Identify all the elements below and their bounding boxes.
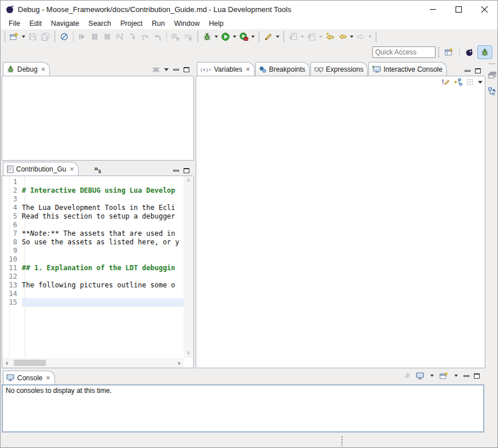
minimize-view-icon[interactable]	[173, 69, 179, 71]
menu-item-file[interactable]: File	[4, 18, 25, 29]
debug-perspective-button[interactable]	[477, 45, 492, 59]
maximize-view-icon[interactable]	[474, 373, 480, 379]
code-line[interactable]: 3	[2, 195, 184, 204]
tab-contribution-guide[interactable]: Contribution_Gu ✕	[3, 162, 79, 176]
terminate-button[interactable]	[101, 30, 114, 43]
maximize-view-icon[interactable]	[475, 68, 481, 73]
next-annotation-dropdown[interactable]	[299, 30, 305, 43]
previous-annotation-dropdown[interactable]	[318, 30, 324, 43]
maximize-view-icon[interactable]	[184, 168, 189, 173]
menu-item-window[interactable]: Window	[170, 18, 204, 29]
code-line[interactable]: 2# Interactive DEBUG using Lua Develop	[2, 186, 184, 195]
code-line[interactable]: 12	[2, 272, 184, 281]
close-icon[interactable]: ✕	[246, 67, 250, 72]
menu-item-navigate[interactable]: Navigate	[46, 18, 84, 29]
console-body[interactable]: No consoles to display at this time.	[2, 384, 484, 433]
show-logical-structure-icon[interactable]	[454, 78, 463, 86]
scroll-up-icon[interactable]: ˄	[186, 177, 190, 184]
open-console-icon[interactable]	[439, 372, 449, 380]
view-menu-icon[interactable]	[478, 81, 483, 84]
remove-all-terminated-icon[interactable]	[151, 66, 159, 73]
code-line[interactable]: 7**Note:** The assets that are used in	[2, 229, 184, 238]
code-line[interactable]: 5Read this section to setup a debugger	[2, 212, 184, 221]
code-line[interactable]: 9	[2, 247, 184, 255]
external-tools-button[interactable]	[238, 30, 250, 43]
code-line[interactable]: 11## 1. Explanation of the LDT debuggin	[2, 264, 184, 272]
close-icon[interactable]: ✕	[69, 166, 74, 172]
collapse-all-icon[interactable]	[466, 78, 474, 86]
editor-overflow-button[interactable]: »5	[94, 164, 101, 174]
scrollbar-thumb[interactable]	[14, 360, 46, 366]
back-dropdown[interactable]	[349, 30, 355, 43]
tab-debug[interactable]: Debug ✕	[3, 62, 50, 76]
drop-to-frame-button[interactable]	[169, 30, 182, 43]
code-line[interactable]: 15	[2, 298, 184, 307]
vertical-scrollbar[interactable]: ˄ ˅	[184, 176, 193, 358]
next-annotation-button[interactable]	[287, 30, 299, 43]
minimize-view-icon[interactable]	[173, 170, 179, 172]
step-return-button[interactable]	[151, 30, 164, 43]
run-button[interactable]	[219, 30, 232, 43]
forward-dropdown[interactable]	[367, 30, 373, 43]
lua-perspective-button[interactable]	[462, 46, 476, 59]
status-grip[interactable]	[341, 435, 343, 446]
menu-item-run[interactable]: Run	[147, 18, 170, 29]
disconnect-button[interactable]	[114, 30, 126, 43]
maximize-button[interactable]	[446, 1, 472, 18]
menu-item-project[interactable]: Project	[116, 18, 147, 29]
new-wizard-dropdown[interactable]	[21, 30, 26, 43]
open-console-dropdown[interactable]	[453, 369, 459, 382]
view-menu-icon[interactable]	[164, 68, 169, 71]
minimize-button[interactable]	[420, 1, 446, 18]
close-icon[interactable]: ✕	[46, 375, 50, 381]
mark-occurrences-dropdown[interactable]	[275, 30, 281, 43]
minimize-view-icon[interactable]	[464, 375, 469, 377]
variables-body[interactable]	[196, 76, 485, 368]
tab-console[interactable]: Console ✕	[3, 371, 55, 384]
code-line[interactable]: 14	[2, 290, 184, 298]
code-line[interactable]: 6	[2, 221, 184, 229]
code-editor[interactable]: 12# Interactive DEBUG using Lua Develop3…	[2, 176, 193, 368]
debug-view-body[interactable]	[2, 76, 194, 161]
save-button[interactable]	[26, 30, 39, 43]
mark-occurrences-button[interactable]	[262, 30, 275, 43]
scroll-down-icon[interactable]: ˅	[186, 350, 190, 357]
horizontal-scrollbar[interactable]: ‹ ›	[2, 358, 184, 368]
minimize-view-icon[interactable]	[465, 70, 470, 72]
back-button[interactable]	[336, 30, 349, 43]
code-line[interactable]: 4The Lua Development Tools in the Ecli	[2, 204, 184, 212]
suspend-button[interactable]	[88, 30, 101, 43]
save-all-button[interactable]	[39, 30, 52, 43]
menu-item-help[interactable]: Help	[204, 18, 228, 29]
step-over-button[interactable]	[139, 30, 151, 43]
debug-dropdown[interactable]	[213, 30, 219, 43]
menu-item-search[interactable]: Search	[84, 18, 116, 29]
code-line[interactable]: 1	[2, 178, 184, 186]
outline-view-icon[interactable]	[487, 85, 498, 97]
show-type-names-icon[interactable]	[441, 78, 450, 86]
strip-grip[interactable]	[488, 63, 496, 65]
display-selected-console-icon[interactable]	[416, 372, 425, 380]
new-wizard-button[interactable]	[8, 30, 21, 43]
run-dropdown[interactable]	[232, 30, 238, 43]
code-line[interactable]: 10	[2, 255, 184, 264]
external-tools-dropdown[interactable]	[250, 30, 256, 43]
close-icon[interactable]: ✕	[41, 67, 45, 72]
scroll-left-icon[interactable]: ‹	[2, 359, 11, 367]
maximize-view-icon[interactable]	[184, 67, 189, 72]
code-line[interactable]: 8So use the assets as listed here, or y	[2, 238, 184, 247]
scroll-right-icon[interactable]: ›	[174, 359, 184, 367]
display-console-dropdown[interactable]	[429, 369, 435, 382]
use-step-filters-button[interactable]	[182, 30, 194, 43]
open-perspective-button[interactable]	[442, 46, 456, 59]
tab-expressions[interactable]: xExpressions	[310, 62, 368, 76]
quick-access-input[interactable]	[372, 46, 435, 58]
tab-breakpoints[interactable]: Breakpoints	[255, 62, 310, 76]
step-into-button[interactable]	[126, 30, 139, 43]
menu-item-edit[interactable]: Edit	[25, 18, 46, 29]
forward-button[interactable]	[355, 30, 367, 43]
last-edit-location-button[interactable]	[324, 30, 336, 43]
tab-variables[interactable]: (x)=Variables✕	[197, 62, 255, 76]
pin-console-icon[interactable]	[403, 372, 411, 380]
restore-view-icon[interactable]	[487, 69, 498, 81]
